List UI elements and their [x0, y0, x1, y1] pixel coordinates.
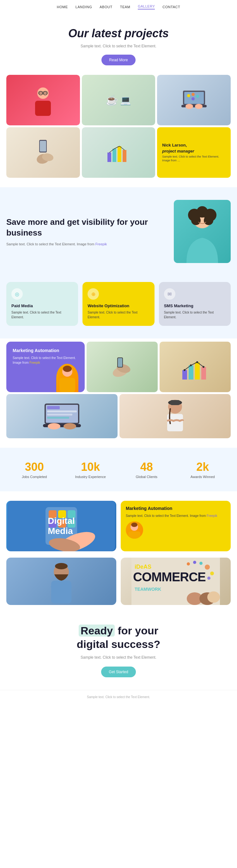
- svg-rect-49: [47, 417, 69, 419]
- service-sms[interactable]: ✉ SMS Marketing Sample text. Click to se…: [159, 282, 231, 326]
- svg-point-77: [205, 564, 210, 569]
- image-woman-sitting: [119, 394, 231, 438]
- nick-role: project manager: [162, 149, 226, 153]
- nick-larson-card: Nick Larson, project manager Sample text…: [157, 127, 231, 178]
- stat-clients-number: 48: [119, 460, 175, 474]
- hero-section: Our latest projects Sample text. Click t…: [0, 14, 237, 75]
- navigation: HOME LANDING ABOUT TEAM GALLERY CONTACT: [0, 0, 237, 14]
- sms-text: Sample text. Click to select the Text El…: [164, 310, 226, 319]
- stat-jobs-number: 300: [6, 460, 63, 474]
- nav-home[interactable]: HOME: [57, 5, 68, 9]
- freepik-link-3[interactable]: Freepik: [207, 514, 217, 518]
- freepik-link-1[interactable]: Freepik: [95, 242, 107, 246]
- svg-point-43: [203, 366, 204, 368]
- svg-point-85: [199, 562, 203, 565]
- marketing-title: Marketing Automation: [12, 348, 78, 353]
- svg-point-84: [193, 561, 196, 564]
- website-opt-text: Sample text. Click to select the Text El…: [88, 310, 149, 319]
- svg-rect-48: [47, 414, 72, 415]
- svg-rect-36: [182, 370, 187, 379]
- bottom-image-grid: iDeAS COMMERCE TEAMWORK: [0, 558, 237, 605]
- image-laptop-coffee: ☕ 💻: [82, 75, 155, 125]
- nav-gallery[interactable]: GALLERY: [138, 4, 155, 9]
- svg-point-40: [184, 369, 185, 371]
- svg-rect-68: [128, 531, 140, 539]
- paid-media-title: Paid Media: [11, 304, 73, 308]
- svg-text:iDeAS: iDeAS: [135, 564, 151, 570]
- svg-rect-35: [118, 358, 122, 367]
- svg-text:COMMERCE: COMMERCE: [133, 570, 206, 584]
- svg-rect-20: [113, 149, 116, 162]
- svg-point-41: [190, 364, 192, 366]
- marketing-auto-text: Sample text. Click to select the Text El…: [126, 514, 226, 518]
- svg-rect-21: [118, 146, 121, 162]
- stat-industry-number: 10k: [63, 460, 119, 474]
- svg-point-78: [210, 571, 214, 575]
- nav-contact[interactable]: CONTACT: [162, 5, 180, 9]
- svg-point-14: [195, 104, 203, 109]
- service-cards: ◎ Paid Media Sample text. Click to selec…: [0, 276, 237, 339]
- stat-jobs-label: Jobs Completed: [6, 475, 63, 479]
- svg-point-11: [191, 97, 195, 100]
- website-opt-icon: ⊕: [88, 288, 99, 300]
- stat-industry: 10k Industry Experience: [63, 460, 119, 479]
- digital-media-card: DigitalMedia: [6, 501, 116, 551]
- image-mid-hands: [87, 342, 158, 392]
- get-started-button[interactable]: Get Started: [101, 666, 136, 677]
- svg-point-69: [131, 523, 138, 527]
- marketing-person-circle: [126, 521, 143, 539]
- hero-subtitle: Sample text. Click to select the Text El…: [12, 44, 225, 48]
- image-laptop-hands: [157, 75, 231, 125]
- paid-media-text: Sample text. Click to select the Text El…: [11, 310, 73, 319]
- svg-point-10: [196, 95, 199, 98]
- sms-title: SMS Marketing: [164, 304, 226, 308]
- svg-rect-16: [40, 141, 46, 152]
- save-section: Save more and get visibility for your bu…: [0, 187, 237, 276]
- service-paid-media[interactable]: ◎ Paid Media Sample text. Click to selec…: [6, 282, 78, 326]
- service-website-opt[interactable]: ⊕ Website Optimization Sample text. Clic…: [83, 282, 154, 326]
- nav-team[interactable]: TEAM: [120, 5, 130, 9]
- stat-clients-label: Global Clients: [119, 475, 175, 479]
- stat-clients: 48 Global Clients: [119, 460, 175, 479]
- svg-text:TEAMWORK: TEAMWORK: [135, 587, 161, 592]
- marketing-auto-title: Marketing Automation: [126, 506, 226, 511]
- svg-point-13: [185, 104, 193, 109]
- svg-rect-19: [108, 153, 111, 162]
- top-image-grid: ☕ 💻: [0, 75, 237, 178]
- svg-rect-46: [47, 406, 60, 409]
- svg-rect-37: [189, 365, 194, 379]
- svg-point-31: [63, 366, 72, 372]
- image-bearded-man: [6, 558, 116, 605]
- svg-point-51: [48, 423, 60, 429]
- image-laptop-wide: [6, 394, 118, 438]
- svg-point-72: [55, 563, 68, 569]
- nav-landing[interactable]: LANDING: [76, 5, 92, 9]
- svg-point-28: [204, 216, 213, 225]
- svg-point-83: [187, 562, 190, 565]
- stat-awards-number: 2k: [175, 460, 231, 474]
- read-more-button[interactable]: Read More: [101, 55, 135, 65]
- stat-awards-label: Awards Winned: [175, 475, 231, 479]
- freepik-link-2[interactable]: Freepik: [29, 361, 40, 364]
- nick-name: Nick Larson,: [162, 143, 226, 148]
- svg-rect-22: [123, 150, 126, 162]
- footer: Sample text. Click to select the Text El…: [0, 690, 237, 704]
- sms-icon: ✉: [164, 288, 175, 300]
- svg-rect-1: [35, 101, 51, 116]
- svg-point-82: [207, 591, 220, 603]
- svg-point-52: [63, 423, 76, 429]
- svg-rect-39: [201, 367, 206, 379]
- svg-rect-56: [170, 400, 180, 405]
- image-mid-charts2: [159, 342, 231, 392]
- ready-section: Ready for yourdigital success? Sample te…: [0, 605, 237, 690]
- ready-heading: Ready for yourdigital success?: [12, 624, 225, 651]
- svg-rect-12: [181, 105, 207, 107]
- nav-about[interactable]: ABOUT: [99, 5, 112, 9]
- svg-rect-71: [51, 581, 71, 603]
- marketing-auto-card: Marketing Automation Sample text. Click …: [6, 342, 85, 392]
- save-text-block: Save more and get visibility for your bu…: [6, 217, 168, 246]
- digital-section: DigitalMedia Marketing Automation Sample…: [0, 494, 237, 558]
- hero-title: Our latest projects: [12, 27, 225, 40]
- image-commerce-collage: iDeAS COMMERCE TEAMWORK: [121, 558, 231, 605]
- save-text: Sample text. Click to select the Text El…: [6, 242, 168, 246]
